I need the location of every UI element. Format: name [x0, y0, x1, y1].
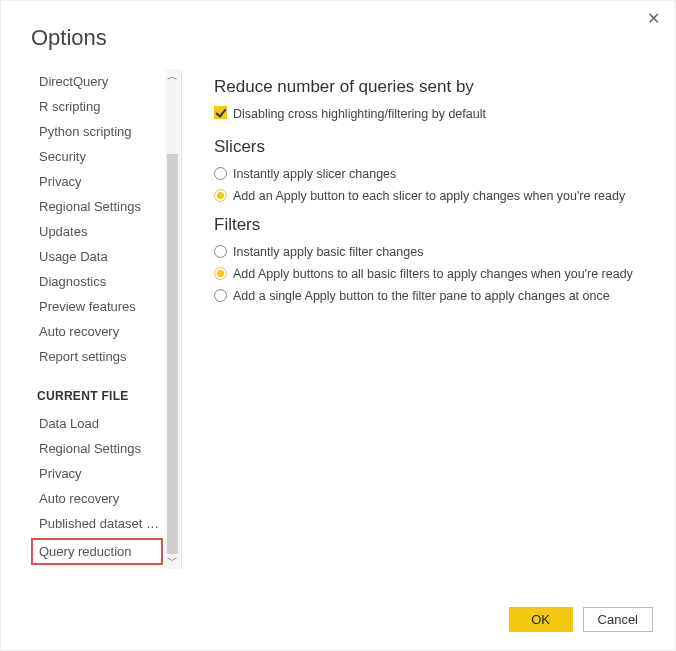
radio-icon[interactable] — [214, 267, 227, 280]
sidebar-item-privacy[interactable]: Privacy — [31, 169, 165, 194]
close-icon[interactable]: ✕ — [643, 9, 663, 29]
sidebar-header-current-file: CURRENT FILE — [31, 369, 165, 411]
sidebar-item-cf-report-settings[interactable]: Report settings — [31, 567, 165, 569]
sidebar-item-auto-recovery[interactable]: Auto recovery — [31, 319, 165, 344]
sidebar-item-directquery[interactable]: DirectQuery — [31, 69, 165, 94]
sidebar-item-cf-privacy[interactable]: Privacy — [31, 461, 165, 486]
sidebar-item-r-scripting[interactable]: R scripting — [31, 94, 165, 119]
opt-filter-instant[interactable]: Instantly apply basic filter changes — [214, 241, 645, 263]
opt-slicer-apply-button[interactable]: Add an Apply button to each slicer to ap… — [214, 185, 645, 207]
checkbox-label: Disabling cross highlighting/filtering b… — [233, 105, 486, 123]
sidebar-item-query-reduction[interactable]: Query reduction — [31, 538, 163, 565]
ok-button[interactable]: OK — [509, 607, 573, 632]
sidebar-item-published-dataset[interactable]: Published dataset set... — [31, 511, 165, 536]
sidebar-item-data-load[interactable]: Data Load — [31, 411, 165, 436]
opt-filter-single-apply[interactable]: Add a single Apply button to the filter … — [214, 285, 645, 307]
sidebar-item-report-settings[interactable]: Report settings — [31, 344, 165, 369]
radio-label: Add a single Apply button to the filter … — [233, 287, 610, 305]
sidebar-item-python-scripting[interactable]: Python scripting — [31, 119, 165, 144]
radio-label: Add an Apply button to each slicer to ap… — [233, 187, 625, 205]
section-reduce-title: Reduce number of queries sent by — [214, 77, 645, 97]
section-slicers-title: Slicers — [214, 137, 645, 157]
radio-label: Instantly apply slicer changes — [233, 165, 396, 183]
radio-icon[interactable] — [214, 167, 227, 180]
sidebar-item-cf-auto-recovery[interactable]: Auto recovery — [31, 486, 165, 511]
checkbox-icon[interactable] — [214, 106, 227, 119]
sidebar-item-preview-features[interactable]: Preview features — [31, 294, 165, 319]
radio-label: Add Apply buttons to all basic filters t… — [233, 265, 633, 283]
section-filters-title: Filters — [214, 215, 645, 235]
sidebar: DirectQuery R scripting Python scripting… — [23, 69, 181, 569]
scroll-up-icon[interactable]: ︿ — [165, 69, 180, 85]
opt-disable-cross-highlight[interactable]: Disabling cross highlighting/filtering b… — [214, 103, 645, 125]
scroll-down-icon[interactable]: ﹀ — [165, 553, 180, 569]
cancel-button[interactable]: Cancel — [583, 607, 653, 632]
sidebar-item-cf-regional-settings[interactable]: Regional Settings — [31, 436, 165, 461]
page-title: Options — [1, 1, 675, 69]
opt-slicer-instant[interactable]: Instantly apply slicer changes — [214, 163, 645, 185]
sidebar-scrollbar[interactable]: ︿ ﹀ — [165, 69, 180, 569]
button-row: OK Cancel — [509, 607, 653, 632]
sidebar-item-diagnostics[interactable]: Diagnostics — [31, 269, 165, 294]
sidebar-item-security[interactable]: Security — [31, 144, 165, 169]
radio-label: Instantly apply basic filter changes — [233, 243, 423, 261]
opt-filter-apply-buttons[interactable]: Add Apply buttons to all basic filters t… — [214, 263, 645, 285]
radio-icon[interactable] — [214, 189, 227, 202]
body-area: DirectQuery R scripting Python scripting… — [1, 69, 675, 569]
sidebar-list: DirectQuery R scripting Python scripting… — [23, 69, 165, 569]
radio-icon[interactable] — [214, 245, 227, 258]
content-pane: Reduce number of queries sent by Disabli… — [188, 69, 655, 569]
sidebar-item-updates[interactable]: Updates — [31, 219, 165, 244]
scroll-thumb[interactable] — [167, 154, 178, 554]
divider — [181, 69, 182, 569]
radio-icon[interactable] — [214, 289, 227, 302]
sidebar-item-usage-data[interactable]: Usage Data — [31, 244, 165, 269]
sidebar-item-regional-settings[interactable]: Regional Settings — [31, 194, 165, 219]
